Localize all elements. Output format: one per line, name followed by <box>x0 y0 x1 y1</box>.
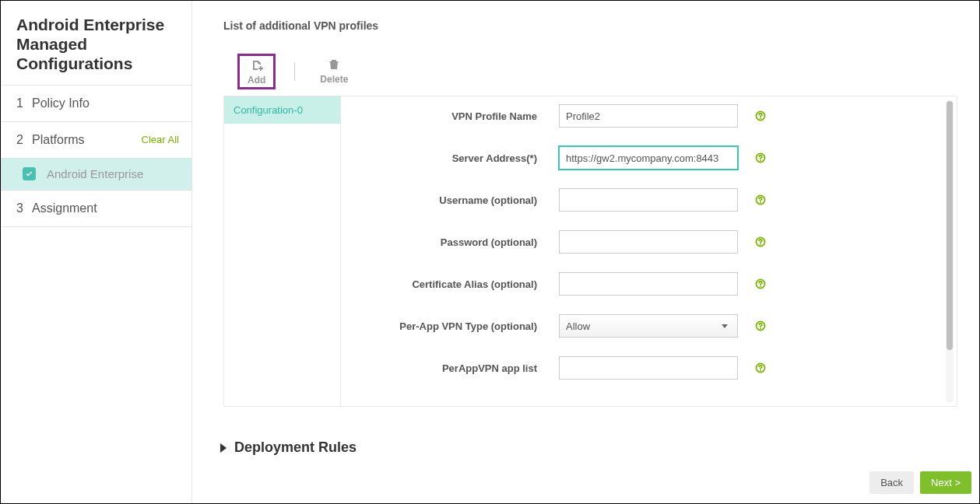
step-assignment[interactable]: 3 Assignment <box>1 190 191 227</box>
row-password: Password (optional) <box>357 230 941 254</box>
field-label: Password (optional) <box>357 236 559 248</box>
next-button[interactable]: Next > <box>920 471 971 494</box>
footer: Back Next > <box>869 471 971 494</box>
step-platforms[interactable]: 2 Platforms Clear All <box>1 121 191 158</box>
field-label: VPN Profile Name <box>357 110 559 122</box>
vpn-form: VPN Profile Name Server Address(*) Usern… <box>341 96 957 406</box>
step-label: Assignment <box>32 201 177 215</box>
sidebar-item-label: Android Enterprise <box>47 167 143 180</box>
field-label: Certificate Alias (optional) <box>357 278 559 290</box>
delete-button[interactable]: Delete <box>314 55 354 88</box>
help-icon[interactable] <box>755 152 766 163</box>
deployment-rules-toggle[interactable]: Deployment Rules <box>220 439 957 456</box>
row-perapp-app-list: PerAppVPN app list <box>357 356 941 380</box>
clear-all-link[interactable]: Clear All <box>142 134 179 145</box>
help-icon[interactable] <box>755 362 766 373</box>
field-label: Server Address(*) <box>357 152 559 164</box>
cert-alias-input[interactable] <box>559 272 738 296</box>
step-number: 2 <box>16 133 32 147</box>
trash-icon <box>328 58 340 71</box>
checkbox-checked-icon <box>23 167 36 180</box>
vpn-profile-name-input[interactable] <box>559 104 738 128</box>
caret-right-icon <box>220 443 227 453</box>
field-label: Username (optional) <box>357 194 559 206</box>
sidebar-item-android-enterprise[interactable]: Android Enterprise <box>1 158 191 190</box>
add-button[interactable]: Add <box>237 54 276 89</box>
scrollbar-thumb[interactable] <box>947 101 953 350</box>
help-icon[interactable] <box>755 194 766 205</box>
field-label: PerAppVPN app list <box>357 362 559 374</box>
toolbar: Add Delete <box>237 54 957 89</box>
help-icon[interactable] <box>755 278 766 289</box>
main-panel: List of additional VPN profiles Add Dele… <box>192 1 979 503</box>
toolbar-separator <box>294 62 295 81</box>
help-icon[interactable] <box>755 320 766 331</box>
password-input[interactable] <box>559 230 738 254</box>
help-icon[interactable] <box>755 110 766 121</box>
field-label: Per-App VPN Type (optional) <box>357 320 559 332</box>
row-server-address: Server Address(*) <box>357 146 941 170</box>
delete-button-label: Delete <box>320 74 348 85</box>
page-title: Android Enterprise Managed Configuration… <box>1 1 191 85</box>
select-value: Allow <box>566 320 590 332</box>
row-cert-alias: Certificate Alias (optional) <box>357 272 941 296</box>
step-policy-info[interactable]: 1 Policy Info <box>1 85 191 121</box>
section-heading: List of additional VPN profiles <box>223 19 957 32</box>
back-button[interactable]: Back <box>869 471 914 494</box>
help-icon[interactable] <box>755 236 766 247</box>
scrollbar[interactable] <box>946 100 954 403</box>
row-vpn-profile-name: VPN Profile Name <box>357 104 941 128</box>
add-button-label: Add <box>248 75 265 86</box>
username-input[interactable] <box>559 188 738 212</box>
config-list: Configuration-0 <box>224 96 341 406</box>
app-root: Android Enterprise Managed Configuration… <box>0 0 980 504</box>
perapp-app-list-input[interactable] <box>559 356 738 380</box>
row-username: Username (optional) <box>357 188 941 212</box>
step-number: 1 <box>16 96 32 110</box>
deployment-rules-label: Deployment Rules <box>234 439 357 456</box>
server-address-input[interactable] <box>559 146 738 170</box>
config-item[interactable]: Configuration-0 <box>224 96 340 124</box>
row-per-app-vpn-type: Per-App VPN Type (optional) Allow <box>357 314 941 338</box>
add-icon <box>251 59 263 72</box>
per-app-vpn-type-select[interactable]: Allow <box>559 314 738 338</box>
config-panel: Configuration-0 VPN Profile Name Server … <box>223 96 957 407</box>
step-number: 3 <box>16 201 32 215</box>
chevron-down-icon <box>722 324 728 328</box>
step-label: Policy Info <box>32 96 177 110</box>
sidebar: Android Enterprise Managed Configuration… <box>1 1 192 503</box>
